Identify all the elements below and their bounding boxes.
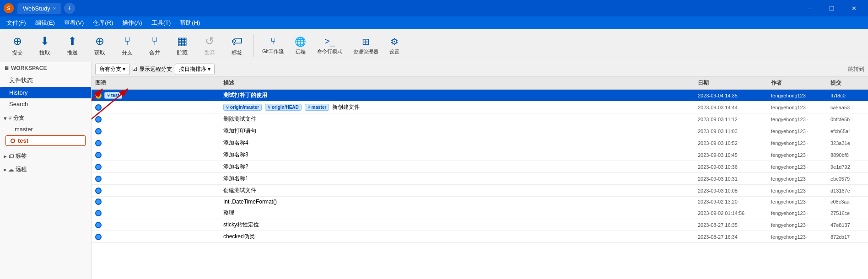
- date-cell: 2023-09-03 14:44: [694, 103, 767, 112]
- menu-item-帮助[interactable]: 帮助(H): [175, 17, 205, 29]
- commit-desc: 测试打补丁的使用: [223, 91, 267, 99]
- gitflow-button[interactable]: ⑂Git工作流: [258, 33, 288, 58]
- branch-item-test[interactable]: test: [5, 135, 86, 146]
- push-icon: ⬆: [68, 35, 77, 48]
- menu-item-查看[interactable]: 查看(V): [59, 17, 88, 29]
- table-row[interactable]: 添加名称32023-09-03 10:45fengyehong123 ·8890…: [92, 149, 868, 161]
- commit-hash-cell: ca5aa53: [827, 103, 868, 112]
- commit-desc: sticky粘性定位: [223, 221, 259, 229]
- monitor-icon: 🖥: [4, 65, 9, 71]
- graph-cell: [92, 208, 220, 218]
- sort-by-date-button[interactable]: 按日期排序 ▾: [175, 64, 215, 75]
- gitflow-icon: ⑂: [270, 36, 276, 47]
- fetch-button[interactable]: ⊕获取: [87, 32, 113, 59]
- table-row[interactable]: 删除测试文件2023-09-03 11:12fengyehong123 ·0bf…: [92, 113, 868, 125]
- graph-cell: [92, 220, 220, 230]
- graph-cell: [92, 138, 220, 148]
- desc-cell: 创建测试文件: [220, 185, 694, 196]
- menu-item-文件[interactable]: 文件(F): [2, 17, 31, 29]
- minimize-button[interactable]: —: [799, 0, 820, 16]
- graph-cell: [92, 150, 220, 160]
- table-row[interactable]: ⑂ origin/master ⑂ origin/HEAD ⑂ master新创…: [92, 102, 868, 113]
- pull-icon: ⬇: [40, 35, 49, 48]
- commit-dot: [95, 128, 102, 134]
- table-row[interactable]: ⑂ test 测试打补丁的使用2023-09-04 14:35fengyehon…: [92, 90, 868, 102]
- commit-hash-cell: 27516ce: [827, 209, 868, 218]
- commit-dot: [95, 152, 102, 158]
- menu-item-工具[interactable]: 工具(T): [147, 17, 176, 29]
- commit-button[interactable]: ⊕提交: [5, 32, 30, 59]
- cloud-icon: ☁: [8, 166, 14, 173]
- table-row[interactable]: 添加名称12023-09-03 10:31fengyehong123 ·ebc0…: [92, 173, 868, 185]
- pull-button[interactable]: ⬇拉取: [32, 32, 58, 59]
- show-remote-checkbox[interactable]: ☑ 显示远程分支: [132, 65, 172, 73]
- sidebar-item-file-status[interactable]: 文件状态: [0, 74, 91, 87]
- col-header-desc: 描述: [220, 77, 694, 89]
- settings-icon: ⚙: [390, 36, 399, 47]
- table-row[interactable]: 创建测试文件2023-09-03 10:08fengyehong123 ·d13…: [92, 185, 868, 197]
- branch-header[interactable]: ▾ ⑂ 分支: [4, 113, 87, 124]
- commit-dot: [95, 188, 102, 194]
- main-tab[interactable]: WebStudy ×: [17, 3, 61, 14]
- tag-button[interactable]: 🏷标签: [224, 32, 250, 59]
- merge-button[interactable]: ⑂合并: [142, 32, 167, 59]
- table-row[interactable]: Intl.DateTimeFormat()2023-09-02 13:20fen…: [92, 197, 868, 207]
- table-row[interactable]: sticky粘性定位2023-08-27 16:35fengyehong123 …: [92, 219, 868, 231]
- toolbar: ⊕提交⬇拉取⬆推送⊕获取⑂分支⑂合并▦贮藏↺丢弃🏷标签⑂Git工作流🌐远端>_命…: [0, 29, 868, 62]
- explorer-icon: ⊞: [362, 36, 370, 47]
- fetch-icon: ⊕: [95, 35, 104, 48]
- stash-button[interactable]: ▦贮藏: [169, 32, 195, 59]
- filter-bar: 所有分支 ▾ ☑ 显示远程分支 按日期排序 ▾ 跳转到: [92, 62, 868, 77]
- branch-tag-origin-head: ⑂ origin/HEAD: [265, 104, 302, 111]
- terminal-button[interactable]: >_命令行模式: [313, 33, 347, 58]
- commit-dot: [95, 164, 102, 170]
- sidebar-item-history[interactable]: History: [0, 87, 91, 98]
- table-row[interactable]: checked伪类2023-08-27 16:34fengyehong123·8…: [92, 231, 868, 243]
- table-row[interactable]: 整理2023-09-02 01:14:56fengyehong123 ·2751…: [92, 207, 868, 219]
- remote-icon: 🌐: [295, 36, 306, 47]
- tab-close-button[interactable]: ×: [53, 5, 56, 11]
- close-window-button[interactable]: ✕: [843, 0, 864, 16]
- table-row[interactable]: 添加打印语句2023-09-03 11:03fengyehong123 ·efc…: [92, 125, 868, 137]
- author-cell: fengyehong123 ·: [767, 162, 827, 172]
- remote-section-header[interactable]: ▸ ☁ 远程: [0, 163, 91, 176]
- date-cell: 2023-09-03 10:08: [694, 186, 767, 195]
- graph-cell: [92, 186, 220, 196]
- graph-cell: [92, 197, 220, 207]
- menu-item-操作[interactable]: 操作(A): [118, 17, 146, 29]
- settings-button[interactable]: ⚙设置: [385, 33, 404, 58]
- commit-dot: [95, 222, 102, 228]
- tab-label: WebStudy: [23, 5, 50, 12]
- branch-section: ▾ ⑂ 分支 master test: [0, 110, 91, 150]
- branch-button[interactable]: ⑂分支: [114, 32, 140, 59]
- desc-cell: 添加名称2: [220, 161, 694, 172]
- add-tab-button[interactable]: +: [64, 3, 75, 14]
- sidebar-item-search[interactable]: Search: [0, 98, 91, 110]
- author-cell: fengyehong123 ·: [767, 209, 827, 218]
- graph-cell: [92, 174, 220, 184]
- commit-hash-cell: c08c3aa: [827, 197, 868, 206]
- menu-item-仓库[interactable]: 仓库(R): [88, 17, 118, 29]
- table-row[interactable]: 添加名称42023-09-03 10:52fengyehong123 ·323a…: [92, 137, 868, 149]
- menu-item-编辑[interactable]: 编辑(E): [31, 17, 59, 29]
- app-logo: S: [4, 3, 14, 13]
- tag-icon: 🏷: [232, 35, 243, 48]
- main-layout: 🖥 WORKSPACE 文件状态 History Search ▾ ⑂ 分支 m…: [0, 62, 868, 279]
- commit-hash-cell: 323a31e: [827, 139, 868, 148]
- commit-dot: [95, 199, 102, 205]
- remote-button[interactable]: 🌐远端: [290, 33, 311, 58]
- commit-desc: 新创建文件: [332, 103, 360, 111]
- table-row[interactable]: 添加名称22023-09-03 10:36fengyehong123 ·9e1d…: [92, 161, 868, 173]
- restore-button[interactable]: ❐: [821, 0, 842, 16]
- chevron-right-icon2: ▸: [4, 166, 6, 173]
- commit-dot: [95, 234, 102, 240]
- tag-section-header[interactable]: ▸ 🏷 标签: [0, 150, 91, 163]
- branch-item-master[interactable]: master: [4, 124, 87, 134]
- col-header-commit: 提交: [827, 77, 868, 89]
- commit-hash-cell: 872cb17: [827, 232, 868, 241]
- discard-icon: ↺: [205, 35, 214, 48]
- explorer-button[interactable]: ⊞资源管理器: [349, 33, 383, 58]
- desc-cell: 测试打补丁的使用: [220, 90, 694, 101]
- push-button[interactable]: ⬆推送: [59, 32, 85, 59]
- all-branches-button[interactable]: 所有分支 ▾: [95, 64, 129, 75]
